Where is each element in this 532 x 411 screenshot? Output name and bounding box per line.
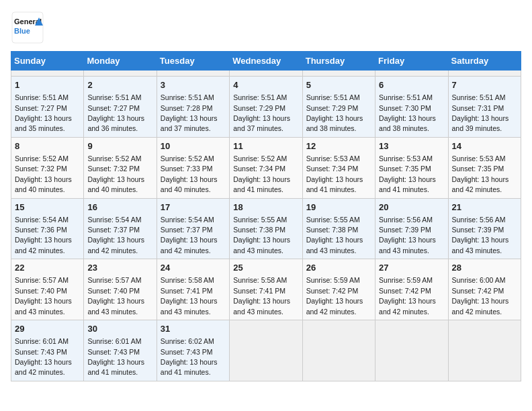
- days-of-week-row: SundayMondayTuesdayWednesdayThursdayFrid…: [11, 52, 521, 71]
- day-info: Sunrise: 6:00 AMSunset: 7:42 PMDaylight:…: [452, 276, 509, 315]
- day-number: 30: [87, 323, 152, 335]
- calendar-cell: 12 Sunrise: 5:53 AMSunset: 7:34 PMDaylig…: [302, 137, 375, 198]
- calendar-cell: [230, 71, 302, 77]
- day-info: Sunrise: 5:56 AMSunset: 7:39 PMDaylight:…: [452, 216, 509, 255]
- day-info: Sunrise: 5:55 AMSunset: 7:38 PMDaylight:…: [233, 216, 290, 255]
- day-info: Sunrise: 5:53 AMSunset: 7:34 PMDaylight:…: [306, 154, 363, 193]
- day-number: 15: [15, 201, 80, 214]
- day-of-week-saturday: Saturday: [448, 52, 521, 71]
- calendar-cell: 22 Sunrise: 5:57 AMSunset: 7:40 PMDaylig…: [11, 259, 84, 320]
- calendar-cell: 17 Sunrise: 5:54 AMSunset: 7:37 PMDaylig…: [157, 198, 229, 259]
- day-info: Sunrise: 5:52 AMSunset: 7:33 PMDaylight:…: [161, 154, 218, 193]
- logo-svg: General Blue: [11, 11, 44, 44]
- day-info: Sunrise: 5:51 AMSunset: 7:27 PMDaylight:…: [87, 93, 144, 132]
- calendar-cell: 7 Sunrise: 5:51 AMSunset: 7:31 PMDayligh…: [448, 77, 521, 138]
- day-info: Sunrise: 6:01 AMSunset: 7:43 PMDaylight:…: [15, 337, 72, 376]
- day-info: Sunrise: 6:02 AMSunset: 7:43 PMDaylight:…: [161, 337, 218, 376]
- day-number: 7: [452, 79, 517, 91]
- calendar-header: SundayMondayTuesdayWednesdayThursdayFrid…: [11, 52, 521, 71]
- day-number: 20: [379, 201, 444, 214]
- calendar-cell: 4 Sunrise: 5:51 AMSunset: 7:29 PMDayligh…: [230, 77, 302, 138]
- day-info: Sunrise: 5:57 AMSunset: 7:40 PMDaylight:…: [15, 276, 72, 315]
- calendar-cell: 15 Sunrise: 5:54 AMSunset: 7:36 PMDaylig…: [11, 198, 84, 259]
- day-number: 17: [161, 201, 226, 214]
- svg-text:Blue: Blue: [14, 27, 30, 35]
- day-info: Sunrise: 6:01 AMSunset: 7:43 PMDaylight:…: [87, 337, 144, 376]
- day-number: 4: [233, 79, 298, 91]
- calendar-cell: [375, 320, 448, 381]
- calendar-week-2: 8 Sunrise: 5:52 AMSunset: 7:32 PMDayligh…: [11, 137, 521, 198]
- day-number: 14: [452, 140, 517, 152]
- day-info: Sunrise: 5:56 AMSunset: 7:39 PMDaylight:…: [379, 216, 436, 255]
- calendar-cell: [448, 320, 521, 381]
- day-info: Sunrise: 5:59 AMSunset: 7:42 PMDaylight:…: [379, 276, 436, 315]
- calendar-cell: 24 Sunrise: 5:58 AMSunset: 7:41 PMDaylig…: [157, 259, 229, 320]
- calendar-week-4: 22 Sunrise: 5:57 AMSunset: 7:40 PMDaylig…: [11, 259, 521, 320]
- day-info: Sunrise: 5:51 AMSunset: 7:27 PMDaylight:…: [15, 93, 72, 132]
- calendar-cell: 10 Sunrise: 5:52 AMSunset: 7:33 PMDaylig…: [157, 137, 229, 198]
- calendar-cell: 1 Sunrise: 5:51 AMSunset: 7:27 PMDayligh…: [11, 77, 84, 138]
- calendar-cell: [84, 71, 157, 77]
- day-info: Sunrise: 5:53 AMSunset: 7:35 PMDaylight:…: [379, 154, 436, 193]
- calendar-cell: 13 Sunrise: 5:53 AMSunset: 7:35 PMDaylig…: [375, 137, 448, 198]
- calendar-cell: 31 Sunrise: 6:02 AMSunset: 7:43 PMDaylig…: [157, 320, 229, 381]
- calendar-cell: 29 Sunrise: 6:01 AMSunset: 7:43 PMDaylig…: [11, 320, 84, 381]
- day-info: Sunrise: 5:54 AMSunset: 7:37 PMDaylight:…: [87, 216, 144, 255]
- calendar-cell: 20 Sunrise: 5:56 AMSunset: 7:39 PMDaylig…: [375, 198, 448, 259]
- calendar-cell: 5 Sunrise: 5:51 AMSunset: 7:29 PMDayligh…: [302, 77, 375, 138]
- day-info: Sunrise: 5:57 AMSunset: 7:40 PMDaylight:…: [87, 276, 144, 315]
- day-number: 2: [87, 79, 152, 91]
- calendar-week-3: 15 Sunrise: 5:54 AMSunset: 7:36 PMDaylig…: [11, 198, 521, 259]
- calendar-cell: [157, 71, 229, 77]
- calendar-cell: 18 Sunrise: 5:55 AMSunset: 7:38 PMDaylig…: [230, 198, 302, 259]
- day-number: 13: [379, 140, 444, 152]
- calendar-cell: [448, 71, 521, 77]
- day-number: 22: [15, 262, 80, 274]
- day-number: 3: [161, 79, 226, 91]
- calendar-cell: 9 Sunrise: 5:52 AMSunset: 7:32 PMDayligh…: [84, 137, 157, 198]
- day-number: 21: [452, 201, 517, 214]
- day-number: 16: [87, 201, 152, 214]
- day-info: Sunrise: 5:55 AMSunset: 7:38 PMDaylight:…: [306, 216, 363, 255]
- day-info: Sunrise: 5:51 AMSunset: 7:29 PMDaylight:…: [233, 93, 290, 132]
- calendar-cell: 2 Sunrise: 5:51 AMSunset: 7:27 PMDayligh…: [84, 77, 157, 138]
- calendar-cell: 25 Sunrise: 5:58 AMSunset: 7:41 PMDaylig…: [230, 259, 302, 320]
- day-number: 6: [379, 79, 444, 91]
- calendar-cell: [375, 71, 448, 77]
- day-number: 23: [87, 262, 152, 274]
- day-info: Sunrise: 5:51 AMSunset: 7:30 PMDaylight:…: [379, 93, 436, 132]
- calendar-cell: [230, 320, 302, 381]
- calendar-body: 1 Sunrise: 5:51 AMSunset: 7:27 PMDayligh…: [11, 71, 521, 381]
- day-info: Sunrise: 5:52 AMSunset: 7:34 PMDaylight:…: [233, 154, 290, 193]
- day-info: Sunrise: 5:52 AMSunset: 7:32 PMDaylight:…: [15, 154, 72, 193]
- header: General Blue: [11, 11, 521, 44]
- calendar-cell: 21 Sunrise: 5:56 AMSunset: 7:39 PMDaylig…: [448, 198, 521, 259]
- calendar-cell: 28 Sunrise: 6:00 AMSunset: 7:42 PMDaylig…: [448, 259, 521, 320]
- calendar-cell: 30 Sunrise: 6:01 AMSunset: 7:43 PMDaylig…: [84, 320, 157, 381]
- logo: General Blue: [11, 11, 44, 44]
- day-info: Sunrise: 5:52 AMSunset: 7:32 PMDaylight:…: [87, 154, 144, 193]
- day-number: 18: [233, 201, 298, 214]
- day-of-week-monday: Monday: [84, 52, 157, 71]
- day-number: 19: [306, 201, 371, 214]
- day-of-week-friday: Friday: [375, 52, 448, 71]
- day-info: Sunrise: 5:51 AMSunset: 7:29 PMDaylight:…: [306, 93, 363, 132]
- day-number: 31: [161, 323, 226, 335]
- calendar-cell: [302, 71, 375, 77]
- day-info: Sunrise: 5:59 AMSunset: 7:42 PMDaylight:…: [306, 276, 363, 315]
- day-info: Sunrise: 5:53 AMSunset: 7:35 PMDaylight:…: [452, 154, 509, 193]
- calendar-cell: 14 Sunrise: 5:53 AMSunset: 7:35 PMDaylig…: [448, 137, 521, 198]
- day-number: 11: [233, 140, 298, 152]
- day-number: 24: [161, 262, 226, 274]
- calendar-week-0: [11, 71, 521, 77]
- day-info: Sunrise: 5:54 AMSunset: 7:37 PMDaylight:…: [161, 216, 218, 255]
- day-number: 12: [306, 140, 371, 152]
- calendar-cell: 3 Sunrise: 5:51 AMSunset: 7:28 PMDayligh…: [157, 77, 229, 138]
- day-of-week-tuesday: Tuesday: [157, 52, 229, 71]
- calendar-cell: [11, 71, 84, 77]
- day-number: 27: [379, 262, 444, 274]
- calendar-cell: [302, 320, 375, 381]
- day-info: Sunrise: 5:58 AMSunset: 7:41 PMDaylight:…: [161, 276, 218, 315]
- day-of-week-wednesday: Wednesday: [230, 52, 302, 71]
- day-number: 29: [15, 323, 80, 335]
